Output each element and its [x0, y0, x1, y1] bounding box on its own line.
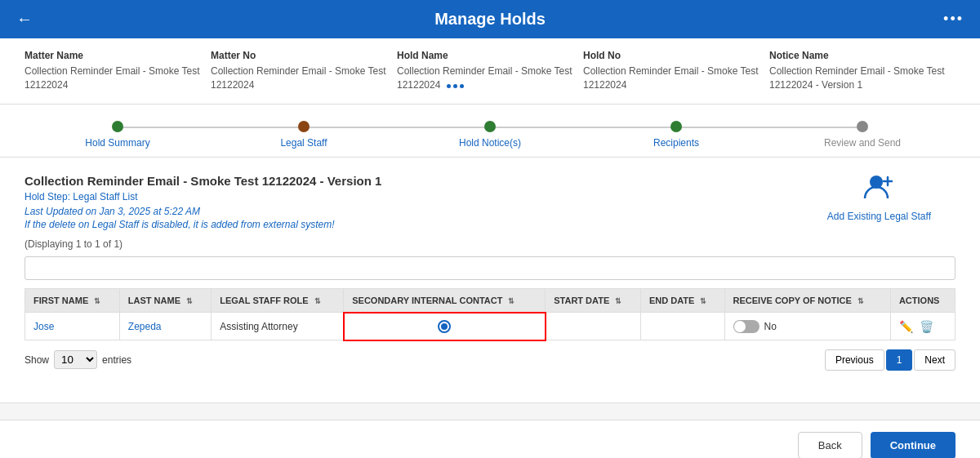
sort-icon-start-date[interactable]: ⇅ — [615, 297, 621, 305]
footer-bar: Back Continue — [0, 420, 980, 458]
receive-copy-label: No — [764, 321, 777, 332]
step-label-legal-staff[interactable]: Legal Staff — [280, 137, 327, 149]
last-updated-text: Last Updated on Jan 3, 2025 at 5:22 AM — [24, 206, 956, 217]
page-title: Manage Holds — [434, 10, 546, 29]
pagination: Previous 1 Next — [825, 349, 956, 371]
continue-button[interactable]: Continue — [871, 432, 956, 458]
cell-first-name: Jose — [25, 313, 120, 340]
col-last-name[interactable]: LAST NAME ⇅ — [119, 288, 211, 313]
display-count: (Displaying 1 to 1 of 1) — [24, 238, 956, 250]
role-value: Assisting Attorney — [220, 321, 297, 332]
cell-receive-copy: No — [724, 313, 890, 340]
steps-container: Hold Summary Legal Staff Hold Notice(s) … — [0, 104, 980, 158]
step-label-hold-summary[interactable]: Hold Summary — [85, 137, 149, 149]
sort-icon-first-name[interactable]: ⇅ — [94, 297, 100, 305]
cell-role: Assisting Attorney — [212, 313, 344, 340]
delete-icon[interactable]: 🗑️ — [920, 320, 933, 333]
matter-name-value: Collection Reminder Email - Smoke Test 1… — [24, 64, 211, 92]
step-circle-hold-summary — [112, 121, 123, 132]
cell-start-date — [546, 313, 641, 340]
first-name-link[interactable]: Jose — [33, 321, 54, 332]
matter-name-field: Matter Name Collection Reminder Email - … — [24, 50, 211, 92]
cell-actions: ✏️ 🗑️ — [890, 313, 955, 340]
sort-icon-secondary[interactable]: ⇅ — [508, 297, 514, 305]
hold-name-label: Hold Name — [397, 50, 583, 61]
add-btn-label: Add Existing Legal Staff — [827, 211, 931, 222]
matter-no-value: Collection Reminder Email - Smoke Test 1… — [211, 64, 397, 92]
col-first-name[interactable]: FIRST NAME ⇅ — [25, 288, 120, 313]
main-content: Add Existing Legal Staff Collection Remi… — [0, 158, 980, 402]
cell-last-name: Zepeda — [119, 313, 211, 340]
back-button[interactable]: Back — [798, 432, 862, 458]
step-circle-hold-notices — [484, 121, 496, 132]
hold-name-value: Collection Reminder Email - Smoke Test 1… — [397, 64, 583, 92]
more-options-icon[interactable]: ••• — [943, 11, 964, 28]
table-row: Jose Zepeda Assisting Attorney — [25, 313, 956, 340]
hold-no-value: Collection Reminder Email - Smoke Test 1… — [583, 64, 769, 92]
step-recipients[interactable]: Recipients — [583, 121, 769, 149]
sort-icon-receive-copy[interactable]: ⇅ — [858, 297, 864, 305]
last-name-link[interactable]: Zepeda — [128, 321, 162, 332]
table-header-row: FIRST NAME ⇅ LAST NAME ⇅ LEGAL STAFF ROL… — [25, 288, 956, 313]
sort-icon-role[interactable]: ⇅ — [314, 297, 321, 305]
step-hold-summary[interactable]: Hold Summary — [24, 121, 211, 149]
toggle-knob — [734, 321, 746, 332]
step-review-send[interactable]: Review and Send — [769, 121, 956, 149]
previous-button[interactable]: Previous — [825, 349, 884, 371]
edit-icon[interactable]: ✏️ — [899, 320, 913, 333]
progress-steps: Hold Summary Legal Staff Hold Notice(s) … — [24, 121, 956, 149]
col-actions: ACTIONS — [890, 288, 955, 313]
col-secondary-contact[interactable]: SECONDARY INTERNAL CONTACT ⇅ — [344, 288, 546, 313]
cell-secondary-contact[interactable] — [344, 313, 546, 340]
action-icons: ✏️ 🗑️ — [899, 320, 947, 333]
step-label-review-send[interactable]: Review and Send — [824, 137, 901, 149]
col-receive-copy[interactable]: RECEIVE COPY OF NOTICE ⇅ — [724, 288, 890, 313]
step-legal-staff[interactable]: Legal Staff — [211, 121, 397, 149]
entries-label: entries — [102, 354, 131, 366]
back-arrow-icon[interactable]: ← — [16, 10, 33, 29]
table-footer: Show 10 25 50 100 entries Previous 1 Nex… — [24, 349, 956, 371]
matter-no-label: Matter No — [211, 50, 397, 61]
step-subtitle: Hold Step: Legal Staff List — [24, 191, 956, 202]
step-circle-recipients — [670, 121, 682, 132]
search-input[interactable] — [24, 256, 956, 280]
note-text: If the delete on Legal Staff is disabled… — [24, 219, 956, 230]
add-user-icon — [863, 174, 894, 207]
matter-no-field: Matter No Collection Reminder Email - Sm… — [211, 50, 397, 92]
radio-inner — [441, 323, 448, 330]
col-start-date[interactable]: START DATE ⇅ — [546, 288, 641, 313]
next-button[interactable]: Next — [914, 349, 956, 371]
page-1-button[interactable]: 1 — [886, 349, 913, 371]
content-wrapper: Add Existing Legal Staff Collection Remi… — [24, 174, 956, 371]
step-label-hold-notices[interactable]: Hold Notice(s) — [459, 137, 521, 149]
add-existing-legal-staff-button[interactable]: Add Existing Legal Staff — [827, 174, 931, 222]
matter-name-label: Matter Name — [24, 50, 211, 61]
col-legal-staff-role[interactable]: LEGAL STAFF ROLE ⇅ — [212, 288, 344, 313]
step-hold-notices[interactable]: Hold Notice(s) — [397, 121, 583, 149]
show-entries: Show 10 25 50 100 entries — [24, 350, 131, 369]
header: ← Manage Holds ••• — [0, 0, 980, 38]
divider — [0, 402, 980, 403]
notice-name-label: Notice Name — [769, 50, 956, 61]
hold-no-label: Hold No — [583, 50, 769, 61]
show-label: Show — [24, 354, 49, 366]
info-bar: Matter Name Collection Reminder Email - … — [0, 38, 980, 104]
receive-copy-toggle[interactable] — [733, 320, 760, 333]
step-label-recipients[interactable]: Recipients — [653, 137, 699, 149]
receive-copy-toggle-container: No — [733, 320, 882, 333]
notice-name-field: Notice Name Collection Reminder Email - … — [769, 50, 956, 92]
section-title: Collection Reminder Email - Smoke Test 1… — [24, 174, 956, 188]
sort-icon-last-name[interactable]: ⇅ — [186, 297, 193, 305]
col-end-date[interactable]: END DATE ⇅ — [640, 288, 724, 313]
notice-name-value: Collection Reminder Email - Smoke Test 1… — [769, 64, 956, 92]
step-circle-review-send — [857, 121, 868, 132]
hold-no-field: Hold No Collection Reminder Email - Smok… — [583, 50, 769, 92]
legal-staff-table: FIRST NAME ⇅ LAST NAME ⇅ LEGAL STAFF ROL… — [24, 288, 956, 341]
sort-icon-end-date[interactable]: ⇅ — [700, 297, 706, 305]
entries-select[interactable]: 10 25 50 100 — [54, 350, 97, 369]
secondary-contact-radio[interactable] — [438, 320, 451, 333]
hold-name-field: Hold Name Collection Reminder Email - Sm… — [397, 50, 583, 92]
step-circle-legal-staff — [298, 121, 310, 132]
cell-end-date — [640, 313, 724, 340]
